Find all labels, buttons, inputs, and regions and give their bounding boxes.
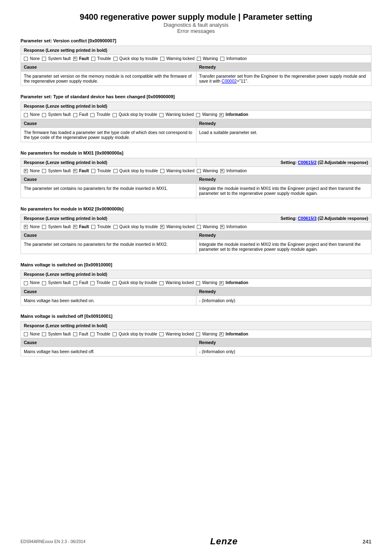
checkbox-0-0: [24, 57, 28, 61]
checkbox-label-2-1: System fault: [48, 169, 71, 173]
section-title-2: No parameters for module in MXI1 [0x0090…: [21, 150, 371, 155]
checkbox-label-0-5: Warning locked: [166, 56, 195, 61]
cause-text-3: The parameter set contains no parameters…: [21, 240, 196, 254]
checkbox-label-2-0: None: [30, 169, 40, 173]
checkbox-label-5-2: Fault: [79, 332, 88, 336]
checkbox-4-0: [24, 281, 28, 285]
checkbox-label-3-4: Quick stop by trouble: [119, 224, 158, 229]
checkbox-5-0: [24, 332, 28, 336]
response-table-4: Response (Lenze setting printed in bold)…: [21, 270, 371, 305]
response-table-0: Response (Lenze setting printed in bold)…: [21, 46, 371, 86]
section-section1: Parameter set: Version conflict [0x00900…: [21, 38, 371, 86]
setting-cell-3: Setting: C00615/3 (☑ Adjustable response…: [196, 214, 371, 223]
checkbox-4-6: [196, 281, 200, 285]
checkbox-4-4: [113, 281, 117, 285]
checkbox-label-3-7: Information: [226, 224, 247, 229]
checkbox-label-4-5: Warning locked: [166, 280, 194, 285]
checkbox-label-5-0: None: [30, 332, 40, 336]
checkbox-label-0-7: Information: [226, 56, 247, 61]
checkbox-label-1-5: Warning locked: [166, 112, 194, 117]
checkbox-label-0-2: Fault: [79, 56, 89, 61]
response-label-0: Response (Lenze setting printed in bold): [21, 46, 371, 55]
checkbox-5-7: [219, 332, 224, 336]
checkbox-label-3-6: Warning: [203, 224, 218, 229]
checkbox-label-4-7: Information: [226, 280, 248, 285]
checkbox-5-3: [90, 332, 95, 336]
checkbox-3-5: [160, 225, 164, 229]
section-title-0: Parameter set: Version conflict [0x00900…: [21, 38, 371, 43]
checkbox-3-0: [24, 225, 28, 229]
cause-text-4: Mains voltage has been switched on.: [21, 296, 196, 305]
setting-note-3: (☑ Adjustable response): [318, 216, 368, 221]
setting-code-2[interactable]: C00615/2: [298, 160, 317, 165]
checkbox-row-1: None System fault Fault Trouble Quick st…: [21, 111, 371, 119]
subtitle2: Error messages: [21, 28, 371, 34]
response-label-4: Response (Lenze setting printed in bold): [21, 270, 371, 279]
checkbox-label-2-6: Warning: [203, 169, 218, 173]
cause-text-1: The firmware has loaded a parameter set …: [21, 127, 196, 142]
checkbox-label-1-2: Fault: [79, 112, 88, 117]
cause-text-2: The parameter set contains no parameters…: [21, 184, 196, 198]
cause-header-2: Cause: [21, 175, 196, 184]
remedy-header-4: Remedy: [196, 287, 371, 296]
checkbox-1-5: [159, 113, 164, 117]
checkbox-label-5-5: Warning locked: [166, 332, 194, 336]
checkbox-2-6: [197, 169, 201, 173]
checkbox-label-5-6: Warning: [202, 332, 217, 336]
checkbox-label-0-1: System fault: [48, 56, 71, 61]
checkbox-label-2-3: Trouble: [97, 169, 111, 173]
checkbox-label-5-7: Information: [226, 332, 248, 336]
checkbox-row-2: None System fault Fault Trouble Quick st…: [21, 166, 371, 175]
checkbox-label-4-0: None: [30, 280, 40, 285]
checkbox-1-2: [73, 113, 77, 117]
checkbox-label-1-7: Information: [226, 112, 248, 117]
checkbox-3-2: [73, 225, 77, 229]
checkbox-label-5-4: Quick stop by trouble: [119, 332, 157, 336]
remedy-text-2: Integrate the module inserted in MXI1 in…: [196, 184, 371, 198]
cause-header-0: Cause: [21, 63, 196, 72]
remedy-text-5: - (Information only): [196, 347, 371, 356]
checkbox-5-1: [42, 332, 46, 336]
checkbox-1-6: [196, 113, 200, 117]
remedy-header-0: Remedy: [196, 63, 371, 72]
lenze-logo: Lenze: [210, 536, 238, 547]
checkbox-1-3: [90, 113, 95, 117]
setting-cell-2: Setting: C00615/2 (☑ Adjustable response…: [196, 158, 371, 166]
checkbox-1-7: [219, 113, 224, 117]
checkbox-label-0-6: Warning: [203, 56, 218, 61]
page-footer: EDS94ARNExxxx EN 2.3 - 06/2014 Lenze 241: [21, 536, 371, 547]
c00002-link[interactable]: C00002: [221, 79, 237, 83]
cause-text-0: The parameter set version on the memory …: [21, 72, 196, 86]
checkbox-2-7: [220, 169, 224, 173]
checkbox-0-4: [113, 57, 118, 61]
section-title-3: No parameters for module in MXI2 [0x0090…: [21, 206, 371, 211]
response-label-5: Response (Lenze setting printed in bold): [21, 321, 371, 330]
checkbox-label-4-6: Warning: [202, 280, 217, 285]
section-title-1: Parameter set: Type of standard device h…: [21, 94, 371, 99]
checkbox-row-0: None System fault Fault Trouble Quick st…: [21, 55, 371, 63]
response-label-2: Response (Lenze setting printed in bold): [21, 158, 196, 166]
subtitle1: Diagnostics & fault analysis: [21, 22, 371, 28]
page-header: 9400 regenerative power supply module | …: [21, 12, 371, 34]
section-section2: Parameter set: Type of standard device h…: [21, 94, 371, 142]
setting-code-3[interactable]: C00615/3: [298, 216, 317, 221]
cause-header-1: Cause: [21, 119, 196, 127]
checkbox-5-5: [159, 332, 164, 336]
remedy-text-4: - (Information only): [196, 296, 371, 305]
checkbox-2-4: [113, 169, 118, 173]
remedy-header-5: Remedy: [196, 338, 371, 347]
checkbox-2-0: [24, 169, 28, 173]
checkbox-1-0: [24, 113, 28, 117]
checkbox-label-4-2: Fault: [79, 280, 88, 285]
checkbox-label-5-3: Trouble: [97, 332, 111, 336]
checkbox-row-5: None System fault Fault Trouble Quick st…: [21, 330, 371, 338]
checkbox-0-3: [91, 57, 95, 61]
checkbox-5-6: [196, 332, 200, 336]
checkbox-0-7: [220, 57, 224, 61]
checkbox-4-1: [42, 281, 46, 285]
checkbox-label-0-3: Trouble: [97, 56, 111, 61]
main-title: 9400 regenerative power supply module | …: [21, 12, 371, 22]
response-table-1: Response (Lenze setting printed in bold)…: [21, 102, 371, 142]
checkbox-label-1-3: Trouble: [97, 112, 111, 117]
checkbox-1-4: [113, 113, 117, 117]
